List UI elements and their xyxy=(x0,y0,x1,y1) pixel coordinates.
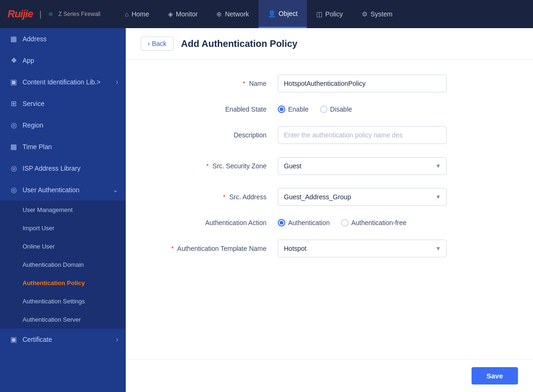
auth-action-radio-group: Authentication Authentication-free xyxy=(278,219,406,226)
sidebar-item-time-plan[interactable]: ▦ Time Plan xyxy=(0,136,126,158)
auth-free-radio[interactable] xyxy=(341,219,349,226)
sidebar-item-label: Region xyxy=(23,121,43,129)
sidebar-item-auth-server[interactable]: Authentication Server xyxy=(0,310,126,329)
main-content: ‹ Back Add Authentication Policy * Name xyxy=(126,28,533,392)
back-button[interactable]: ‹ Back xyxy=(141,37,174,51)
policy-icon: ◫ xyxy=(316,10,322,18)
form-area: * Name Enabled State xyxy=(126,60,533,359)
enable-option[interactable]: Enable xyxy=(278,106,309,113)
description-input[interactable] xyxy=(278,126,447,144)
sidebar-item-region[interactable]: ◎ Region xyxy=(0,114,126,136)
sidebar-item-label: App xyxy=(23,57,34,64)
src-zone-label: * Src. Security Zone xyxy=(148,162,270,170)
nav-object[interactable]: 👤 Object xyxy=(259,0,307,28)
home-icon: ⌂ xyxy=(125,10,129,18)
sidebar-item-user-mgmt[interactable]: User Management xyxy=(0,201,126,219)
isp-icon: ◎ xyxy=(9,164,18,173)
sidebar-item-label: Time Plan xyxy=(23,143,52,151)
name-label: * Name xyxy=(148,80,270,87)
certificate-icon: ▣ xyxy=(9,335,18,344)
auth-option-label: Authentication xyxy=(288,219,330,226)
nav-monitor-label: Monitor xyxy=(176,10,198,18)
content-id-icon: ▣ xyxy=(9,78,18,86)
time-plan-icon: ▦ xyxy=(9,143,18,151)
description-label: Description xyxy=(148,131,270,139)
sidebar-item-auth-domain[interactable]: Authentication Domain xyxy=(0,256,126,274)
sidebar-item-address[interactable]: ▦ Address xyxy=(0,28,126,50)
src-address-label: * Src. Address xyxy=(148,193,270,201)
sidebar-item-label: Address xyxy=(23,35,46,43)
save-button[interactable]: Save xyxy=(472,367,518,384)
enabled-state-radio-group: Enable Disable xyxy=(278,106,352,113)
form-row-enabled-state: Enabled State Enable Disable xyxy=(148,106,510,113)
auth-template-label: * Authentication Template Name xyxy=(148,245,270,252)
enable-radio-inner xyxy=(280,107,283,111)
sidebar-item-service[interactable]: ⊞ Service xyxy=(0,93,126,114)
enable-radio[interactable] xyxy=(278,106,285,113)
auth-radio-inner xyxy=(280,221,283,225)
nav-home-label: Home xyxy=(131,10,149,18)
nav-policy[interactable]: ◫ Policy xyxy=(307,0,352,28)
auth-radio[interactable] xyxy=(278,219,285,226)
nav-network-label: Network xyxy=(225,10,249,18)
service-icon: ⊞ xyxy=(9,99,18,108)
auth-template-select[interactable]: Hotspot xyxy=(278,240,447,257)
logo-subtitle: Z Series Firewall xyxy=(59,11,100,17)
form-row-src-zone: * Src. Security Zone Guest ▼ xyxy=(148,157,510,175)
sidebar-item-auth-policy[interactable]: Authentication Policy xyxy=(0,274,126,292)
region-icon: ◎ xyxy=(9,121,18,129)
monitor-icon: ◈ xyxy=(168,10,173,18)
sidebar-item-app[interactable]: ❖ App xyxy=(0,50,126,71)
src-address-select[interactable]: Guest_Address_Group xyxy=(278,188,447,206)
sidebar-item-content-id[interactable]: ▣ Content Identification Lib.> xyxy=(0,71,126,93)
page-header: ‹ Back Add Authentication Policy xyxy=(126,28,533,60)
nav-items: ⌂ Home ◈ Monitor ⊕ Network 👤 Object ◫ Po… xyxy=(115,0,402,28)
sidebar-item-user-auth[interactable]: ◎ User Authentication xyxy=(0,179,126,201)
page-footer: Save xyxy=(126,359,533,392)
form-row-auth-action: Authentication Action Authentication Aut… xyxy=(148,219,510,226)
nav-system[interactable]: ⚙ System xyxy=(352,0,402,28)
enable-label: Enable xyxy=(288,106,309,113)
sidebar-item-isp[interactable]: ◎ ISP Address Library xyxy=(0,158,126,179)
name-input[interactable] xyxy=(278,75,447,92)
auth-free-option[interactable]: Authentication-free xyxy=(341,219,407,226)
address-icon: ▦ xyxy=(9,35,18,43)
disable-option[interactable]: Disable xyxy=(320,106,352,113)
network-icon: ⊕ xyxy=(216,10,222,18)
sidebar-item-label: User Authentication xyxy=(23,186,79,194)
user-auth-icon: ◎ xyxy=(9,186,18,194)
auth-action-label: Authentication Action xyxy=(148,219,270,226)
page-container: ‹ Back Add Authentication Policy * Name xyxy=(126,28,533,392)
src-address-select-wrapper: Guest_Address_Group ▼ xyxy=(278,188,447,206)
sidebar: ▦ Address ❖ App ▣ Content Identification… xyxy=(0,28,126,392)
page-title: Add Authentication Policy xyxy=(181,38,297,49)
object-icon: 👤 xyxy=(268,10,276,17)
sidebar-item-online-user[interactable]: Online User xyxy=(0,237,126,256)
sidebar-item-certificate[interactable]: ▣ Certificate xyxy=(0,329,126,350)
form-row-name: * Name xyxy=(148,75,510,92)
top-nav: Ruijie | ≋ Z Series Firewall ⌂ Home ◈ Mo… xyxy=(0,0,533,28)
logo-area: Ruijie | ≋ Z Series Firewall xyxy=(8,8,100,20)
nav-monitor[interactable]: ◈ Monitor xyxy=(159,0,207,28)
auth-template-select-wrapper: Hotspot ▼ xyxy=(278,240,447,257)
logo-text: Ruijie xyxy=(8,8,33,20)
sidebar-item-import-user[interactable]: Import User xyxy=(0,219,126,237)
sidebar-item-label: Content Identification Lib.> xyxy=(23,78,100,86)
sidebar-item-auth-settings[interactable]: Authentication Settings xyxy=(0,292,126,310)
nav-system-label: System xyxy=(371,10,393,18)
src-zone-select[interactable]: Guest xyxy=(278,157,447,175)
enabled-state-label: Enabled State xyxy=(148,106,270,113)
form-row-auth-template: * Authentication Template Name Hotspot ▼ xyxy=(148,240,510,257)
auth-option[interactable]: Authentication xyxy=(278,219,330,226)
disable-radio[interactable] xyxy=(320,106,327,113)
back-label: Back xyxy=(152,40,167,47)
nav-network[interactable]: ⊕ Network xyxy=(207,0,258,28)
sidebar-item-label: ISP Address Library xyxy=(23,165,80,172)
auth-free-option-label: Authentication-free xyxy=(351,219,407,226)
disable-label: Disable xyxy=(330,106,352,113)
form-row-src-address: * Src. Address Guest_Address_Group ▼ xyxy=(148,188,510,206)
nav-home[interactable]: ⌂ Home xyxy=(115,0,159,28)
sidebar-item-label: Service xyxy=(23,100,45,107)
form-row-description: Description xyxy=(148,126,510,144)
body-layout: ▦ Address ❖ App ▣ Content Identification… xyxy=(0,28,533,392)
